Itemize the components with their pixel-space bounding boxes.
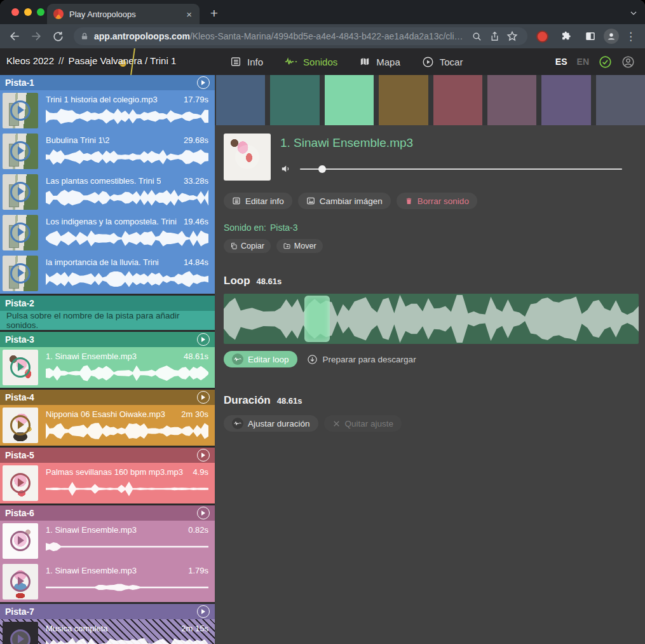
project-map-thumbnail[interactable]: Kleos 2022//Pasaje Valvanera / Trini 1: [0, 48, 215, 75]
url-bar[interactable]: app.antropoloops.com/Kleos-Santa-Marina/…: [74, 27, 527, 45]
track-swatch-1[interactable]: [216, 75, 265, 125]
browser-menu-icon[interactable]: ⋮: [621, 30, 640, 43]
clip-row[interactable]: Palmas sevillanas 160 bpm mp3.mp34.9s: [0, 463, 215, 504]
clip-thumbnail[interactable]: [3, 523, 38, 559]
lang-en[interactable]: EN: [577, 57, 589, 67]
track-header[interactable]: Pista-3: [0, 332, 215, 347]
track-header[interactable]: Pista-1: [0, 75, 215, 90]
adjust-duration-button[interactable]: Ajustar duración: [224, 415, 318, 432]
recorder-extension-icon[interactable]: [531, 25, 553, 47]
clip-thumbnail[interactable]: [3, 622, 38, 644]
volume-slider[interactable]: [300, 168, 622, 170]
nav-tocar[interactable]: Tocar: [422, 56, 463, 68]
clip-play-icon[interactable]: [10, 182, 31, 202]
volume-slider-thumb[interactable]: [318, 165, 326, 173]
clip-thumbnail[interactable]: [3, 564, 38, 599]
bookmark-star-icon[interactable]: [503, 25, 521, 47]
reload-icon[interactable]: [47, 25, 69, 47]
minimize-window-button[interactable]: [24, 8, 32, 16]
account-icon[interactable]: [621, 55, 635, 69]
track-play-icon[interactable]: [197, 605, 210, 618]
track-swatch-3-selected[interactable]: [325, 75, 374, 125]
track-swatch-8[interactable]: [596, 75, 645, 125]
tab-close-icon[interactable]: ×: [185, 9, 193, 20]
sound-thumbnail[interactable]: [224, 134, 271, 181]
clip-play-icon[interactable]: [10, 141, 31, 161]
clip-thumbnail[interactable]: [3, 350, 38, 385]
clip-play-icon[interactable]: [10, 415, 31, 435]
side-panel-icon[interactable]: [580, 25, 601, 47]
volume-icon[interactable]: [280, 163, 291, 174]
remove-adjust-button[interactable]: Quitar ajuste: [324, 415, 402, 432]
back-icon[interactable]: [4, 25, 25, 47]
track-play-icon[interactable]: [197, 449, 210, 462]
clip-thumbnail[interactable]: [3, 256, 38, 291]
loop-waveform[interactable]: [224, 294, 639, 344]
clip-thumbnail[interactable]: [3, 465, 38, 501]
track-swatch-4[interactable]: [379, 75, 428, 125]
track-swatch-2[interactable]: [270, 75, 319, 125]
clip-row[interactable]: Trini 1 historia del colegio.mp317.79s: [0, 90, 215, 131]
tab-search-chevron-icon[interactable]: [628, 6, 639, 18]
clip-play-icon[interactable]: [10, 473, 31, 493]
nav-sonidos[interactable]: Sonidos: [285, 57, 337, 67]
clip-thumbnail[interactable]: [3, 174, 38, 210]
clip-row[interactable]: Los indigenas y la compostela. Trini19.4…: [0, 212, 215, 253]
sound-play-icon[interactable]: [235, 145, 259, 169]
clip-thumbnail[interactable]: [3, 93, 38, 128]
change-image-button[interactable]: Cambiar imágen: [298, 193, 391, 209]
breadcrumb-page[interactable]: Pasaje Valvanera / Trini 1: [68, 55, 176, 66]
clip-thumbnail[interactable]: [3, 134, 38, 169]
loop-playhead-highlight[interactable]: [304, 296, 329, 342]
clip-row[interactable]: Las plantas comestibles. Trini 533.28s: [0, 172, 215, 212]
track-swatch-7[interactable]: [541, 75, 590, 125]
track-swatch-5[interactable]: [433, 75, 482, 125]
copy-button[interactable]: Copiar: [224, 239, 271, 253]
clip-row[interactable]: la importancia de la lluvia. Trini14.84s: [0, 253, 215, 294]
share-icon[interactable]: [485, 25, 503, 47]
lang-es[interactable]: ES: [555, 57, 567, 67]
extensions-puzzle-icon[interactable]: [555, 25, 577, 47]
track-swatch-6[interactable]: [487, 75, 536, 125]
clip-play-icon[interactable]: [10, 223, 31, 243]
clip-row[interactable]: Musica completa2m 15s: [0, 619, 215, 644]
track-play-icon[interactable]: [197, 76, 210, 89]
clip-play-icon[interactable]: [10, 629, 31, 644]
track-header[interactable]: Pista-6: [0, 505, 215, 521]
track-header[interactable]: Pista-4: [0, 390, 215, 405]
nav-mapa[interactable]: Mapa: [359, 56, 400, 67]
clip-row[interactable]: Bubulina Trini 1\229.68s: [0, 131, 215, 172]
track-header[interactable]: Pista-7: [0, 604, 215, 619]
new-tab-button[interactable]: +: [205, 4, 224, 23]
track-play-icon[interactable]: [197, 333, 210, 346]
clip-play-icon[interactable]: [10, 572, 31, 592]
track-header[interactable]: Pista-5: [0, 448, 215, 463]
track-play-icon[interactable]: [197, 391, 210, 404]
breadcrumb-project[interactable]: Kleos 2022: [6, 55, 54, 66]
clip-row[interactable]: 1. Sinawi Ensemble.mp31.79s: [0, 561, 215, 602]
clip-play-icon[interactable]: [10, 263, 31, 284]
clip-row-selected[interactable]: 1. Sinawi Ensemble.mp348.61s: [0, 347, 215, 388]
delete-sound-button[interactable]: Borrar sonido: [397, 193, 477, 209]
clip-play-icon[interactable]: [10, 531, 31, 551]
track-link[interactable]: Pista-3: [270, 223, 298, 233]
forward-icon[interactable]: [25, 25, 47, 47]
zoom-page-icon[interactable]: [468, 25, 485, 47]
zoom-window-button[interactable]: [37, 8, 44, 16]
edit-loop-button[interactable]: Editar loop: [224, 351, 297, 367]
close-window-button[interactable]: [11, 8, 19, 16]
clip-play-icon[interactable]: [10, 357, 31, 378]
track-header[interactable]: Pista-2: [0, 296, 215, 311]
profile-avatar[interactable]: [604, 29, 619, 44]
clip-thumbnail[interactable]: [3, 408, 38, 443]
clip-thumbnail[interactable]: [3, 215, 38, 250]
move-button[interactable]: Mover: [276, 239, 323, 253]
nav-info[interactable]: Info: [230, 56, 263, 67]
browser-tab[interactable]: Play Antropoloops ×: [47, 4, 200, 24]
clip-row[interactable]: 1. Sinawi Ensemble.mp30.82s: [0, 521, 215, 561]
track-play-icon[interactable]: [197, 507, 210, 519]
clip-row[interactable]: Nipponia 06 Esashi Oiwake.mp32m 30s: [0, 405, 215, 446]
edit-info-button[interactable]: Editar info: [224, 193, 292, 209]
prepare-download-button[interactable]: Preparar para descargar: [303, 354, 420, 365]
clip-play-icon[interactable]: [10, 100, 31, 121]
